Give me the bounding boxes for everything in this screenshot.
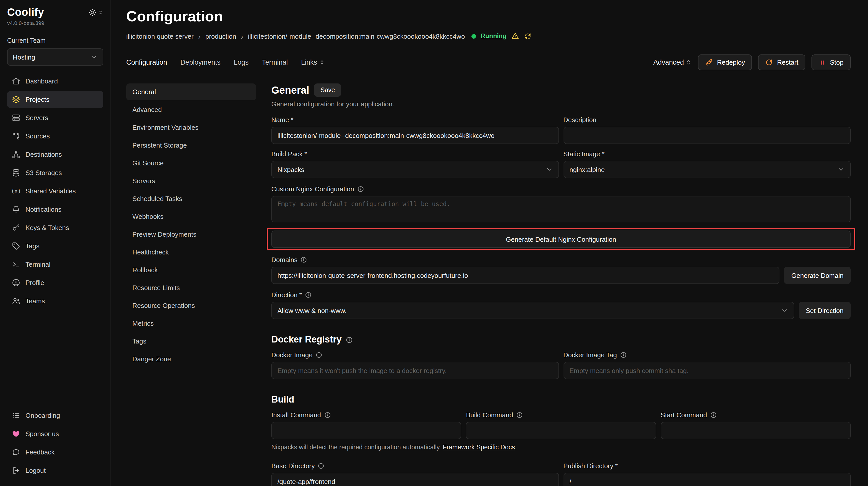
sidebar-item-dashboard[interactable]: Dashboard (7, 73, 103, 90)
checklist-icon (12, 411, 20, 420)
info-icon[interactable] (305, 292, 312, 298)
subnav-item-webhooks[interactable]: Webhooks (126, 208, 256, 225)
refresh-icon[interactable] (524, 32, 531, 40)
nginx-config-textarea[interactable] (271, 196, 851, 222)
chevron-down-icon (546, 166, 553, 173)
docker-image-input[interactable] (271, 362, 559, 379)
docker-image-field-group: Docker Image (271, 351, 559, 379)
tabs: Configuration Deployments Logs Terminal … (126, 59, 325, 66)
info-icon[interactable] (316, 352, 322, 358)
docker-tag-field-group: Docker Image Tag (563, 351, 851, 379)
team-select[interactable]: Hosting (7, 48, 103, 66)
tab-configuration[interactable]: Configuration (126, 59, 167, 66)
generate-domain-button[interactable]: Generate Domain (784, 267, 851, 284)
status-running-link[interactable]: Running (481, 33, 506, 40)
publish-directory-input[interactable] (563, 473, 851, 486)
subnav-item-rollback[interactable]: Rollback (126, 262, 256, 279)
generate-nginx-button[interactable]: Generate Default Nginx Configuration (271, 230, 851, 248)
set-direction-button[interactable]: Set Direction (799, 302, 851, 319)
tab-links[interactable]: Links (301, 59, 325, 66)
sidebar-item-logout[interactable]: Logout (7, 462, 103, 479)
info-icon[interactable] (710, 412, 717, 418)
static-image-select[interactable]: nginx:alpine (563, 161, 851, 178)
framework-docs-link[interactable]: Framework Specific Docs (443, 444, 515, 451)
generate-nginx-wrap: Generate Default Nginx Configuration (271, 230, 851, 248)
info-icon[interactable] (301, 257, 307, 263)
stop-button[interactable]: Stop (812, 55, 851, 70)
subnav-item-persistent-storage[interactable]: Persistent Storage (126, 137, 256, 154)
git-source-icon (12, 132, 20, 140)
sidebar-item-shared-variables[interactable]: (x) Shared Variables (7, 183, 103, 199)
chevron-down-icon (91, 54, 98, 61)
sidebar-item-terminal[interactable]: Terminal (7, 256, 103, 273)
info-icon[interactable] (324, 412, 331, 418)
sidebar-item-servers[interactable]: Servers (7, 109, 103, 126)
build-command-input[interactable] (466, 422, 656, 439)
domains-input[interactable] (271, 267, 780, 284)
docker-tag-input[interactable] (563, 362, 851, 379)
theme-toggle[interactable] (89, 8, 103, 16)
name-input[interactable] (271, 127, 559, 144)
subnav-item-scheduled-tasks[interactable]: Scheduled Tasks (126, 190, 256, 207)
sidebar-item-keys-tokens[interactable]: Keys & Tokens (7, 219, 103, 236)
subnav-item-general[interactable]: General (126, 84, 256, 100)
sidebar-item-projects[interactable]: Projects (7, 91, 103, 108)
sidebar-item-onboarding[interactable]: Onboarding (7, 407, 103, 424)
bell-icon (12, 205, 20, 214)
name-description-row: Name * Description (271, 116, 851, 144)
sidebar-item-sponsor[interactable]: Sponsor us (7, 425, 103, 442)
sidebar-item-s3-storages[interactable]: S3 Storages (7, 164, 103, 181)
subnav-item-metrics[interactable]: Metrics (126, 315, 256, 332)
breadcrumb-environment[interactable]: production (205, 32, 236, 40)
chevron-right-icon: › (198, 32, 200, 40)
app-logo[interactable]: Coolify (7, 6, 44, 18)
direction-select[interactable]: Allow www & non-www. (271, 302, 794, 319)
base-directory-input[interactable] (271, 473, 559, 486)
info-icon[interactable] (516, 412, 523, 418)
subnav-item-healthcheck[interactable]: Healthcheck (126, 244, 256, 261)
name-label: Name * (271, 116, 559, 124)
sidebar-item-feedback[interactable]: Feedback (7, 444, 103, 460)
tab-terminal[interactable]: Terminal (262, 59, 288, 66)
sidebar-item-tags[interactable]: Tags (7, 238, 103, 254)
breadcrumb-project[interactable]: illicitonion quote server (126, 32, 193, 40)
redeploy-button[interactable]: Redeploy (698, 55, 752, 70)
install-command-input[interactable] (271, 422, 462, 439)
breadcrumb-resource[interactable]: illicitestonion/-module--decomposition:m… (248, 32, 465, 40)
sidebar-item-notifications[interactable]: Notifications (7, 201, 103, 218)
tab-deployments[interactable]: Deployments (181, 59, 221, 66)
chevron-up-down-icon (98, 9, 103, 15)
server-icon (12, 114, 20, 122)
subnav-item-resource-limits[interactable]: Resource Limits (126, 280, 256, 296)
database-icon (12, 168, 20, 177)
sidebar-item-teams[interactable]: Teams (7, 293, 103, 310)
info-icon[interactable] (357, 186, 364, 192)
save-button[interactable]: Save (314, 84, 341, 97)
start-command-input[interactable] (660, 422, 851, 439)
subnav-item-git-source[interactable]: Git Source (126, 155, 256, 171)
build-heading: Build (271, 394, 851, 405)
info-icon[interactable] (318, 462, 324, 469)
info-icon[interactable] (346, 336, 353, 343)
info-icon[interactable] (620, 352, 627, 358)
status-dot (472, 34, 476, 38)
description-input[interactable] (563, 127, 851, 144)
restart-label: Restart (777, 59, 799, 66)
build-pack-select[interactable]: Nixpacks (271, 161, 559, 178)
subnav-item-tags[interactable]: Tags (126, 333, 256, 350)
sidebar-item-sources[interactable]: Sources (7, 128, 103, 144)
sidebar-item-label: Servers (26, 114, 49, 122)
restart-button[interactable]: Restart (758, 55, 806, 70)
subnav-item-advanced[interactable]: Advanced (126, 101, 256, 118)
subnav-item-resource-operations[interactable]: Resource Operations (126, 297, 256, 314)
subnav-item-preview-deployments[interactable]: Preview Deployments (126, 226, 256, 243)
sidebar-item-profile[interactable]: Profile (7, 274, 103, 291)
sidebar-item-destinations[interactable]: Destinations (7, 146, 103, 163)
subnav-item-environment-variables[interactable]: Environment Variables (126, 119, 256, 136)
base-directory-field-group: Base Directory (271, 462, 559, 486)
directories-row: Base Directory Publish Directory * (271, 462, 851, 486)
advanced-dropdown[interactable]: Advanced (653, 59, 692, 66)
tab-logs[interactable]: Logs (234, 59, 249, 66)
subnav-item-servers[interactable]: Servers (126, 172, 256, 189)
subnav-item-danger-zone[interactable]: Danger Zone (126, 351, 256, 367)
